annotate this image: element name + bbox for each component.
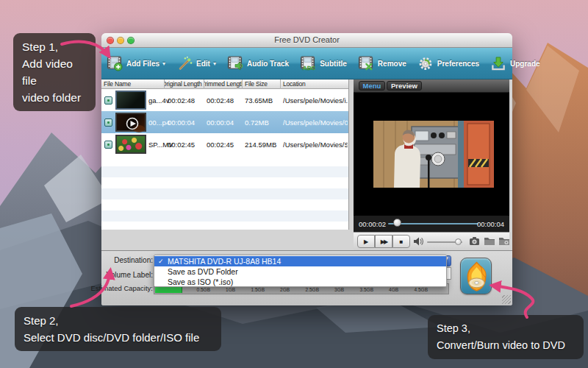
screenshot-root: { "window": { "title": "Free DVD Creator…	[0, 0, 588, 368]
chevron-down-icon: ▾	[162, 60, 165, 67]
column-header-trimmed-length[interactable]: Trimmed Length	[204, 79, 243, 89]
elapsed-time: 00:00:02	[359, 220, 386, 228]
burn-flame-icon	[463, 260, 490, 294]
callout-step1-line: Add video file	[22, 55, 87, 89]
add-files-icon	[106, 56, 123, 71]
playback-controls: ▶ ▶▶ ■	[354, 232, 509, 250]
open-folder-icon[interactable]	[484, 236, 495, 247]
menu-option-dvd-drive[interactable]: ✓ MATSHITA DVD-R UJ-8A8 HB14	[154, 256, 446, 266]
column-header-file-name[interactable]: File Name	[101, 79, 165, 89]
fast-forward-button[interactable]: ▶▶	[375, 235, 392, 248]
capacity-tick: 4.5GB	[415, 287, 428, 292]
capacity-tick: 2GB	[280, 287, 290, 292]
preview-tab-bar: Menu Preview	[354, 79, 509, 93]
preferences-label: Preferences	[437, 60, 479, 68]
cell-file-size: 214.59MB	[245, 141, 282, 149]
seek-track[interactable]	[388, 223, 478, 224]
chevron-down-icon: ▾	[213, 60, 216, 67]
video-thumbnail	[115, 91, 146, 110]
app-window: Free DVD Creator Add Files ▾	[101, 33, 512, 305]
cell-original-length: 00:02:45	[168, 141, 206, 149]
title-bar[interactable]: Free DVD Creator	[101, 33, 512, 48]
column-header-original-length[interactable]: Original Length	[165, 79, 204, 89]
destination-label: Destination:	[114, 256, 153, 264]
table-row-selected[interactable]: 00...p4 00:00:04 00:00:04 0.72MB /Users/…	[101, 111, 348, 133]
gear-icon	[417, 56, 434, 71]
subtitle-label: Subtitle	[320, 60, 347, 68]
video-screen	[354, 93, 509, 216]
capacity-tick: 1.5GB	[251, 287, 265, 292]
remove-button[interactable]: Remove	[357, 56, 406, 71]
table-empty-rows	[101, 155, 348, 230]
content-area: File Name Original Length Trimmed Length…	[101, 79, 512, 250]
callout-step2-line: Select DVD disc/DVD folder/ISO file	[24, 329, 212, 346]
subtitle-button[interactable]: ABC Subtitle	[299, 56, 347, 71]
snapshot-camera-icon[interactable]	[469, 236, 480, 247]
cell-location: /Users/pele/Movies/i...	[283, 96, 348, 105]
table-row[interactable]: ga...4v 00:02:48 00:02:48 73.65MB /Users…	[101, 89, 348, 111]
download-arrow-icon	[490, 56, 507, 71]
window-resize-grip[interactable]	[502, 295, 511, 304]
table-row[interactable]: SP...MV 00:02:45 00:02:45 214.59MB /User…	[101, 133, 348, 155]
video-frame	[373, 121, 494, 188]
capacity-tick: 4GB	[389, 287, 398, 292]
video-thumbnail	[115, 113, 146, 132]
column-header-file-size[interactable]: File Size	[243, 79, 281, 89]
tab-menu[interactable]: Menu	[359, 81, 385, 91]
menu-option-label: Save as ISO (*.iso)	[168, 277, 233, 286]
checkmark-icon: ✓	[158, 256, 164, 266]
audio-track-icon	[226, 56, 244, 71]
cell-original-length: 00:02:48	[168, 96, 206, 105]
callout-step2-title: Step 2,	[24, 312, 212, 329]
callout-step3-line: Convert/Burn video to DVD	[437, 337, 575, 354]
cell-original-length: 00:00:04	[168, 118, 206, 127]
seek-handle[interactable]	[393, 219, 401, 227]
upgrade-label: Upgrade	[510, 60, 540, 68]
svg-text:ABC: ABC	[303, 64, 316, 71]
burn-button[interactable]	[460, 258, 492, 294]
audio-track-button[interactable]: Audio Track	[226, 56, 289, 71]
output-settings-panel: Destination: Volume Label: Estimated Cap…	[101, 250, 512, 305]
add-files-button[interactable]: Add Files ▾	[106, 56, 165, 71]
play-button[interactable]: ▶	[357, 235, 375, 248]
menu-option-label: Save as DVD Folder	[168, 267, 238, 276]
callout-step1-title: Step 1,	[22, 38, 87, 55]
estimated-capacity-label: Estimated Capacity:	[91, 284, 153, 292]
edit-button[interactable]: Edit ▾	[176, 56, 216, 71]
capacity-tick: 3GB	[334, 287, 344, 292]
column-header-location[interactable]: Location	[281, 79, 349, 89]
cell-trimmed-length: 00:02:45	[207, 141, 243, 149]
video-thumbnail	[115, 135, 146, 154]
callout-step1-line: video folder	[22, 89, 87, 106]
table-header: File Name Original Length Trimmed Length…	[101, 79, 348, 89]
cell-file-size: 0.72MB	[245, 118, 282, 127]
capacity-tick: 0.5GB	[197, 287, 210, 292]
cell-location: /Users/pele/Movies/0...	[283, 118, 348, 127]
video-item-icon	[104, 118, 112, 127]
volume-handle[interactable]	[455, 238, 462, 245]
capacity-tick: 3.5GB	[360, 287, 373, 292]
destination-dropdown-menu: ✓ MATSHITA DVD-R UJ-8A8 HB14 Save as DVD…	[154, 255, 447, 287]
edit-label: Edit	[196, 60, 210, 68]
stop-button[interactable]: ■	[392, 235, 410, 248]
cell-trimmed-length: 00:00:04	[207, 118, 243, 127]
remove-icon	[357, 56, 375, 71]
preferences-button[interactable]: Preferences	[417, 56, 479, 71]
speaker-icon[interactable]	[412, 236, 424, 247]
file-table: File Name Original Length Trimmed Length…	[101, 79, 349, 230]
menu-option-iso[interactable]: Save as ISO (*.iso)	[154, 277, 446, 287]
menu-option-dvd-folder[interactable]: Save as DVD Folder	[154, 266, 446, 277]
window-title: Free DVD Creator	[101, 35, 512, 44]
seek-bar: 00:00:02 00:00:04	[354, 216, 509, 232]
subtitle-icon: ABC	[299, 56, 317, 71]
callout-step3-title: Step 3,	[437, 320, 575, 337]
cell-location: /Users/pele/Movies/S...	[283, 141, 348, 149]
dvd-folder-icon[interactable]	[498, 236, 510, 247]
callout-step2: Step 2, Select DVD disc/DVD folder/ISO f…	[15, 307, 221, 351]
callout-step3: Step 3, Convert/Burn video to DVD	[428, 315, 584, 359]
upgrade-button[interactable]: Upgrade	[490, 56, 540, 71]
volume-label-label: Volume Label:	[107, 271, 153, 279]
tab-preview[interactable]: Preview	[387, 81, 422, 91]
preview-panel: Menu Preview	[354, 79, 509, 250]
add-files-label: Add Files	[126, 60, 159, 68]
